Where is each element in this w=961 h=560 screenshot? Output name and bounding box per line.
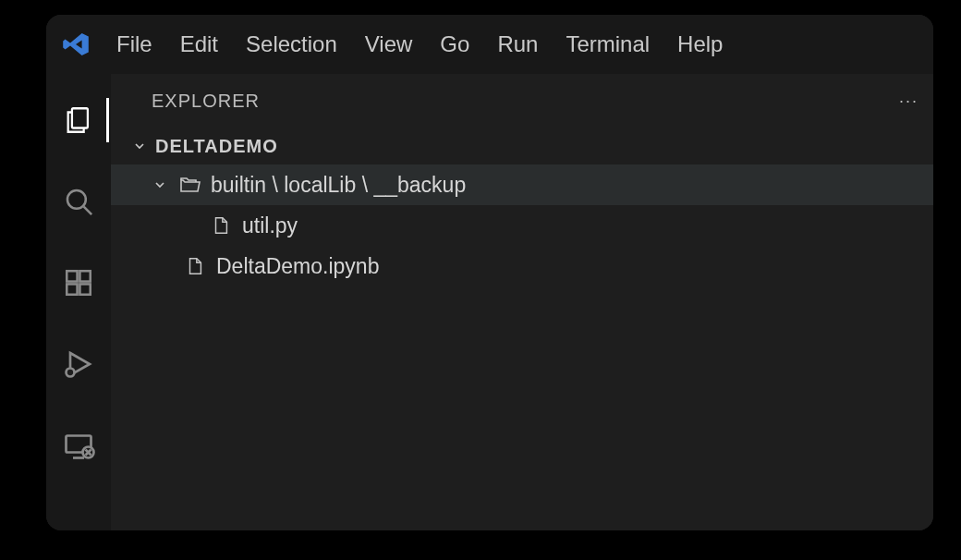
sidebar-more-icon[interactable]: ··· <box>899 91 918 111</box>
svg-rect-5 <box>79 284 90 294</box>
svg-point-8 <box>67 369 75 377</box>
file-icon <box>209 215 233 236</box>
svg-rect-0 <box>72 108 88 128</box>
tree-file-label: util.py <box>242 213 298 238</box>
menu-go[interactable]: Go <box>440 31 469 57</box>
tree-file-row[interactable]: DeltaDemo.ipynb <box>111 246 933 286</box>
activity-extensions-icon[interactable] <box>60 264 97 301</box>
svg-point-1 <box>67 190 86 209</box>
svg-rect-3 <box>67 271 77 281</box>
menu-run[interactable]: Run <box>497 31 538 57</box>
tree-folder-row[interactable]: builtin \ localLib \ __backup <box>111 164 933 205</box>
chevron-down-icon <box>152 177 168 192</box>
svg-line-2 <box>84 207 92 215</box>
explorer-section[interactable]: DELTADEMO <box>111 128 933 164</box>
menu-view[interactable]: View <box>365 31 413 57</box>
file-tree: builtin \ localLib \ __backup util.py <box>111 164 933 286</box>
activity-run-debug-icon[interactable] <box>60 346 97 383</box>
app-window: File Edit Selection View Go Run Terminal… <box>46 15 933 530</box>
chevron-down-icon <box>131 139 148 153</box>
svg-rect-4 <box>67 284 77 294</box>
menu-edit[interactable]: Edit <box>180 31 218 57</box>
menu-selection[interactable]: Selection <box>246 31 337 57</box>
menu-terminal[interactable]: Terminal <box>566 31 650 57</box>
tree-file-row[interactable]: util.py <box>111 205 933 246</box>
menubar: File Edit Selection View Go Run Terminal… <box>116 31 723 57</box>
workbench-body: EXPLORER ··· DELTADEMO <box>46 74 933 530</box>
activity-search-icon[interactable] <box>60 183 97 220</box>
sidebar-header: EXPLORER ··· <box>111 74 933 128</box>
titlebar: File Edit Selection View Go Run Terminal… <box>46 15 933 74</box>
tree-folder-label: builtin \ localLib \ __backup <box>211 173 466 198</box>
tree-file-label: DeltaDemo.ipynb <box>216 254 379 279</box>
menu-help[interactable]: Help <box>677 31 723 57</box>
svg-rect-6 <box>79 271 90 281</box>
sidebar-explorer: EXPLORER ··· DELTADEMO <box>111 74 933 530</box>
vscode-logo-icon <box>59 30 92 58</box>
sidebar-title: EXPLORER <box>152 91 260 112</box>
explorer-section-label: DELTADEMO <box>155 136 278 157</box>
menu-file[interactable]: File <box>116 31 152 57</box>
activity-bar <box>46 74 111 530</box>
activity-explorer-icon[interactable] <box>60 102 97 139</box>
activity-remote-icon[interactable] <box>60 427 97 464</box>
folder-open-icon <box>177 174 201 196</box>
file-icon <box>183 256 207 276</box>
